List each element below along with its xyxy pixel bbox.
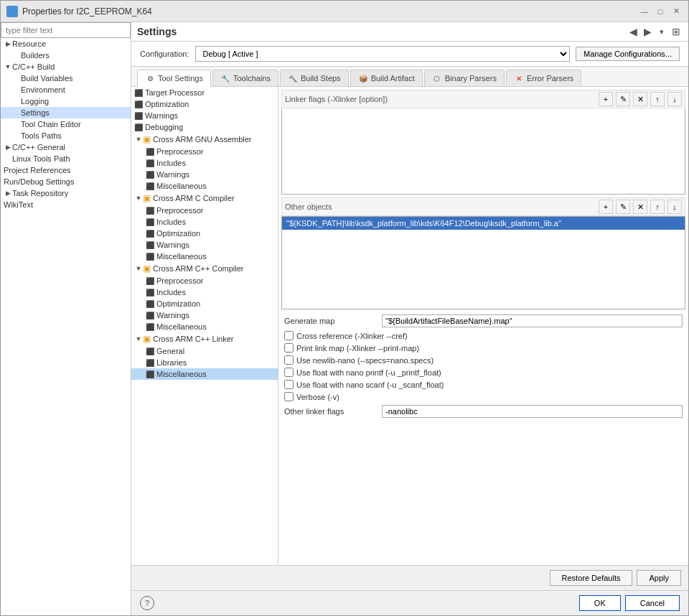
sidebar-item-ccpp-general[interactable]: ▶ C/C++ General [1, 141, 131, 153]
tree-item-c-miscellaneous[interactable]: ⬛ Miscellaneous [131, 251, 278, 262]
tree-item-linker-miscellaneous[interactable]: ⬛ Miscellaneous [131, 368, 278, 380]
tab-build-steps[interactable]: 🔨 Build Steps [280, 70, 349, 86]
forward-button[interactable]: ▶ [641, 25, 654, 38]
ok-button[interactable]: OK [579, 595, 621, 611]
cpp-linker-label: Cross ARM C++ Linker [153, 335, 233, 343]
window-icon [6, 6, 18, 17]
tree-item-c-warnings[interactable]: ⬛ Warnings [131, 239, 278, 251]
linker-flags-down-btn[interactable]: ↓ [667, 92, 682, 106]
sidebar-item-settings[interactable]: Settings [1, 107, 131, 118]
sidebar-item-linux-tools-path[interactable]: Linux Tools Path [1, 153, 131, 164]
tree-item-linker-libraries[interactable]: ⬛ Libraries [131, 357, 278, 368]
toolchains-icon: 🔧 [220, 73, 230, 83]
linker-flags-up-btn[interactable]: ↑ [650, 92, 665, 106]
sidebar-item-build-variables[interactable]: Build Variables [1, 73, 131, 84]
tree-group-assembler[interactable]: ▼ ▣ Cross ARM GNU Assembler [131, 133, 278, 146]
other-objects-header: Other objects + ✎ ✕ ↑ ↓ [281, 197, 685, 216]
tree-item-linker-general[interactable]: ⬛ General [131, 345, 278, 357]
c-preprocessor-icon: ⬛ [146, 207, 154, 215]
tree-item-c-includes[interactable]: ⬛ Includes [131, 216, 278, 228]
tab-error-parsers[interactable]: ✕ Error Parsers [506, 70, 581, 86]
other-objects-add-btn[interactable]: + [599, 200, 613, 214]
linker-miscellaneous-label: Miscellaneous [156, 370, 207, 378]
help-icon[interactable]: ? [140, 596, 154, 610]
tree-item-asm-warnings[interactable]: ⬛ Warnings [131, 169, 278, 180]
linker-libraries-icon: ⬛ [146, 359, 154, 367]
tab-build-artifact[interactable]: 📦 Build Artifact [350, 70, 423, 86]
generate-map-input[interactable] [382, 314, 683, 327]
error-parsers-icon: ✕ [514, 73, 524, 83]
cpp-optimization-label: Optimization [156, 299, 200, 308]
tree-item-cpp-preprocessor[interactable]: ⬛ Preprocessor [131, 275, 278, 286]
tree-item-cpp-warnings[interactable]: ⬛ Warnings [131, 309, 278, 321]
tree-item-optimization[interactable]: ⬛ Optimization [131, 98, 278, 110]
tab-tool-settings[interactable]: ⚙ Tool Settings [137, 70, 211, 87]
other-objects-list: "${KSDK_PATH}\lib\ksdk_platform_lib\kds\… [281, 216, 685, 309]
tab-toolchains[interactable]: 🔧 Toolchains [212, 70, 278, 86]
sidebar-item-builders[interactable]: Builders [1, 50, 131, 61]
tree-item-debugging[interactable]: ⬛ Debugging [131, 121, 278, 133]
back-button[interactable]: ◀ [627, 25, 639, 38]
config-select[interactable]: Debug [ Active ] [195, 46, 571, 62]
build-artifact-icon: 📦 [358, 73, 368, 83]
tree-item-warnings-top[interactable]: ⬛ Warnings [131, 110, 278, 121]
linker-flags-delete-btn[interactable]: ✕ [633, 92, 647, 106]
print-link-map-checkbox[interactable] [284, 343, 294, 353]
other-objects-delete-btn[interactable]: ✕ [633, 200, 647, 214]
minimize-button[interactable]: — [638, 5, 651, 18]
sidebar-item-wikitext[interactable]: WikiText [1, 199, 131, 210]
tab-toolchains-label: Toolchains [233, 74, 271, 83]
use-float-printf-checkbox[interactable] [284, 368, 294, 377]
tab-binary-parsers[interactable]: ⬡ Binary Parsers [424, 70, 505, 86]
maximize-button[interactable]: □ [654, 5, 667, 18]
tree-item-asm-includes[interactable]: ⬛ Includes [131, 157, 278, 169]
use-float-scanf-checkbox[interactable] [284, 380, 294, 389]
apply-button[interactable]: Apply [637, 570, 681, 586]
sidebar-item-project-references[interactable]: Project References [1, 164, 131, 176]
other-linker-flags-input[interactable] [382, 405, 683, 418]
use-newlib-nano-checkbox[interactable] [284, 355, 294, 365]
tree-item-cpp-miscellaneous[interactable]: ⬛ Miscellaneous [131, 321, 278, 332]
sidebar-item-task-repository[interactable]: ▶ Task Repository [1, 187, 131, 199]
sidebar-item-tools-paths[interactable]: Tools Paths [1, 130, 131, 141]
asm-preprocessor-icon: ⬛ [146, 148, 154, 156]
sidebar-item-run-debug-settings[interactable]: Run/Debug Settings [1, 176, 131, 187]
tree-group-cpp-compiler[interactable]: ▼ ▣ Cross ARM C++ Compiler [131, 262, 278, 275]
linker-flags-add-btn[interactable]: + [599, 92, 613, 106]
nav-dropdown-button[interactable]: ▾ [655, 25, 668, 38]
sidebar-item-logging[interactable]: Logging [1, 95, 131, 107]
tree-item-cpp-optimization[interactable]: ⬛ Optimization [131, 298, 278, 309]
nav-more-button[interactable]: ⊞ [670, 25, 683, 38]
cpp-miscellaneous-label: Miscellaneous [156, 322, 207, 331]
close-button[interactable]: ✕ [670, 5, 683, 18]
task-repository-label: Task Repository [12, 189, 68, 197]
sidebar-item-resource[interactable]: ▶ Resource [1, 38, 131, 50]
cross-reference-checkbox[interactable] [284, 331, 294, 340]
linker-flags-content [281, 108, 685, 195]
sidebar-item-tool-chain-editor[interactable]: Tool Chain Editor [1, 118, 131, 130]
other-objects-up-btn[interactable]: ↑ [650, 200, 665, 214]
tree-item-cpp-includes[interactable]: ⬛ Includes [131, 286, 278, 298]
manage-configurations-button[interactable]: Manage Configurations... [576, 47, 680, 61]
tree-item-target-processor[interactable]: ⬛ Target Processor [131, 87, 278, 98]
c-includes-icon: ⬛ [146, 218, 154, 226]
tree-item-c-optimization[interactable]: ⬛ Optimization [131, 228, 278, 239]
other-objects-down-btn[interactable]: ↓ [667, 200, 682, 214]
tree-item-asm-miscellaneous[interactable]: ⬛ Miscellaneous [131, 180, 278, 192]
sidebar-item-environment[interactable]: Environment [1, 84, 131, 95]
tree-item-asm-preprocessor[interactable]: ⬛ Preprocessor [131, 146, 278, 157]
verbose-checkbox[interactable] [284, 392, 294, 401]
cancel-button[interactable]: Cancel [625, 595, 680, 611]
linker-general-label: General [156, 347, 184, 355]
tree-item-c-preprocessor[interactable]: ⬛ Preprocessor [131, 205, 278, 216]
other-objects-edit-btn[interactable]: ✎ [616, 200, 630, 214]
tree-group-cpp-linker[interactable]: ▼ ▣ Cross ARM C++ Linker [131, 332, 278, 345]
other-objects-item-1[interactable]: "${KSDK_PATH}\lib\ksdk_platform_lib\kds\… [282, 217, 685, 230]
tree-group-c-compiler[interactable]: ▼ ▣ Cross ARM C Compiler [131, 192, 278, 205]
cpp-compiler-label: Cross ARM C++ Compiler [153, 264, 244, 273]
sidebar-item-ccpp-build[interactable]: ▼ C/C++ Build [1, 61, 131, 73]
linker-flags-edit-btn[interactable]: ✎ [616, 92, 630, 106]
restore-defaults-button[interactable]: Restore Defaults [550, 570, 633, 586]
task-repository-arrow: ▶ [4, 189, 12, 197]
filter-input[interactable] [1, 22, 131, 38]
